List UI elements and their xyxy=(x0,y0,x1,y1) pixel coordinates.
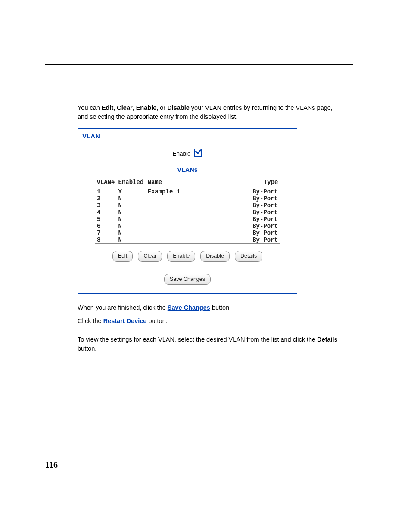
intro-paragraph: You can Edit, Clear, Enable, or Disable … xyxy=(78,103,345,121)
text: , xyxy=(133,104,136,111)
details-button[interactable]: Details xyxy=(235,251,262,261)
text: Click the xyxy=(78,317,103,324)
save-changes-link[interactable]: Save Changes xyxy=(168,304,210,311)
cell-name: Example 1 xyxy=(146,188,242,195)
text: To view the settings for each VLAN, sele… xyxy=(78,336,317,343)
cell-name xyxy=(146,236,242,244)
cell-enabled: N xyxy=(117,230,146,236)
enable-checkbox[interactable] xyxy=(194,149,202,157)
cell-type: By-Port xyxy=(242,202,280,209)
vlan-table: VLAN# Enabled Name Type 1 Y Example 1 By… xyxy=(95,177,280,244)
post-instruction-2: Click the Restart Device button. xyxy=(78,317,345,326)
disable-button[interactable]: Disable xyxy=(200,251,230,261)
table-row[interactable]: 8 N By-Port xyxy=(95,236,280,244)
cell-name xyxy=(146,223,242,230)
cell-enabled: N xyxy=(117,209,146,216)
bold-disable: Disable xyxy=(167,104,190,111)
cell-num: 2 xyxy=(95,195,117,202)
table-row[interactable]: 2 N By-Port xyxy=(95,195,280,202)
cell-type: By-Port xyxy=(242,223,280,230)
table-row[interactable]: 6 N By-Port xyxy=(95,223,280,230)
details-paragraph: To view the settings for each VLAN, sele… xyxy=(78,335,345,353)
bold-details: Details xyxy=(317,336,338,343)
footer-rule xyxy=(45,456,353,456)
vlans-heading: VLANs xyxy=(81,165,293,174)
enable-row: Enable xyxy=(81,149,293,158)
text: button. xyxy=(146,317,167,324)
cell-enabled: N xyxy=(117,216,146,223)
cell-num: 6 xyxy=(95,223,117,230)
text: You can xyxy=(78,104,102,111)
text: button. xyxy=(78,345,97,352)
cell-num: 8 xyxy=(95,236,117,244)
cell-type: By-Port xyxy=(242,230,280,236)
cell-type: By-Port xyxy=(242,188,280,195)
cell-name xyxy=(146,209,242,216)
cell-enabled: N xyxy=(117,223,146,230)
cell-name xyxy=(146,195,242,202)
table-row[interactable]: 5 N By-Port xyxy=(95,216,280,223)
text: , or xyxy=(156,104,167,111)
table-row[interactable]: 7 N By-Port xyxy=(95,230,280,236)
cell-name xyxy=(146,230,242,236)
restart-device-link[interactable]: Restart Device xyxy=(103,317,147,324)
header-rule-thick xyxy=(45,64,353,65)
enable-button[interactable]: Enable xyxy=(167,251,195,261)
col-header-enabled: Enabled xyxy=(117,177,146,188)
page-number: 116 xyxy=(45,460,58,470)
vlan-table-wrap: VLAN# Enabled Name Type 1 Y Example 1 By… xyxy=(95,177,280,244)
cell-type: By-Port xyxy=(242,195,280,202)
cell-num: 1 xyxy=(95,188,117,195)
clear-button[interactable]: Clear xyxy=(138,251,162,261)
cell-num: 7 xyxy=(95,230,117,236)
save-button-row: Save Changes xyxy=(81,274,293,285)
cell-num: 4 xyxy=(95,209,117,216)
action-button-row: Edit Clear Enable Disable Details xyxy=(81,251,293,261)
cell-type: By-Port xyxy=(242,236,280,244)
cell-enabled: Y xyxy=(117,188,146,195)
text: When you are finished, click the xyxy=(78,304,168,311)
cell-type: By-Port xyxy=(242,216,280,223)
col-header-type: Type xyxy=(242,177,280,188)
cell-enabled: N xyxy=(117,195,146,202)
body-content: You can Edit, Clear, Enable, or Disable … xyxy=(78,103,345,358)
bold-clear: Clear xyxy=(117,104,132,111)
header-rule-thin xyxy=(45,78,353,78)
bold-edit: Edit xyxy=(102,104,113,111)
table-row[interactable]: 3 N By-Port xyxy=(95,202,280,209)
table-row[interactable]: 1 Y Example 1 By-Port xyxy=(95,188,280,195)
edit-button[interactable]: Edit xyxy=(112,251,133,261)
post-instruction-1: When you are finished, click the Save Ch… xyxy=(78,303,345,312)
cell-num: 5 xyxy=(95,216,117,223)
cell-enabled: N xyxy=(117,202,146,209)
cell-name xyxy=(146,216,242,223)
table-row[interactable]: 4 N By-Port xyxy=(95,209,280,216)
panel-title: VLAN xyxy=(82,131,293,141)
table-header-row: VLAN# Enabled Name Type xyxy=(95,177,280,188)
vlan-panel: VLAN Enable VLANs VLAN# Enabled Name Typ… xyxy=(78,128,297,294)
text: button. xyxy=(210,304,231,311)
enable-label: Enable xyxy=(173,150,191,157)
col-header-num: VLAN# xyxy=(95,177,117,188)
cell-type: By-Port xyxy=(242,209,280,216)
save-changes-button[interactable]: Save Changes xyxy=(164,274,211,285)
cell-enabled: N xyxy=(117,236,146,244)
bold-enable: Enable xyxy=(136,104,157,111)
cell-name xyxy=(146,202,242,209)
col-header-name: Name xyxy=(146,177,242,188)
cell-num: 3 xyxy=(95,202,117,209)
